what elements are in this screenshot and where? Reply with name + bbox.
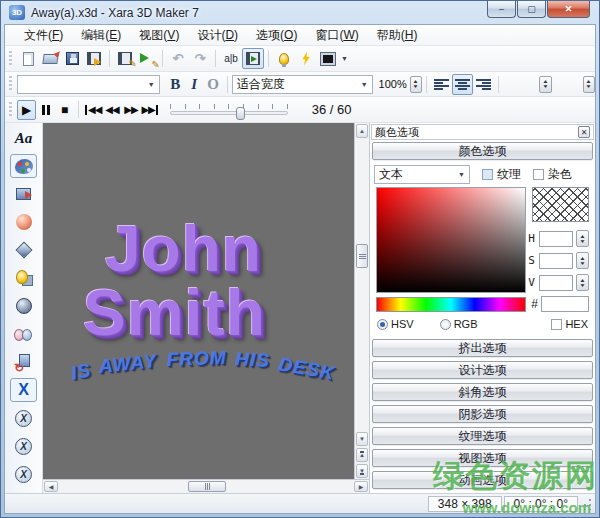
toolbar-gripper[interactable] xyxy=(9,102,12,118)
hsv-radio[interactable] xyxy=(377,319,388,330)
extrude-tool-button[interactable] xyxy=(10,182,37,206)
texture-checkbox[interactable] xyxy=(482,169,493,180)
rewind-button[interactable]: ◀◀ xyxy=(102,100,121,120)
font-select[interactable]: ▼ xyxy=(17,75,160,94)
page-down-button[interactable]: ▼ xyxy=(356,464,368,478)
hex-field[interactable] xyxy=(541,296,589,312)
hex-checkbox[interactable] xyxy=(551,319,562,330)
quality-button[interactable] xyxy=(295,48,317,69)
resize-grip[interactable] xyxy=(580,497,593,510)
horizontal-scroll-thumb[interactable] xyxy=(188,481,226,492)
saturation-stepper[interactable]: ▲▼ xyxy=(576,252,589,269)
color-target-select[interactable]: 文本▼ xyxy=(374,165,470,184)
canvas-subtitle[interactable]: IS AWAY FROM HIS DESK xyxy=(57,355,349,377)
play-button[interactable]: ▶ xyxy=(17,100,36,120)
align-left-button[interactable] xyxy=(431,74,452,95)
undo-button[interactable]: ↶ xyxy=(167,48,189,69)
animation-tool-button[interactable]: ↻ xyxy=(10,350,37,374)
first-frame-button[interactable]: ◀◀ xyxy=(83,100,102,120)
export-button-1[interactable]: X xyxy=(10,406,37,430)
color-tool-button[interactable] xyxy=(10,154,37,178)
close-button[interactable]: ✕ xyxy=(547,1,590,18)
hue-field[interactable] xyxy=(539,231,573,247)
open-button[interactable] xyxy=(39,48,61,69)
menu-file[interactable]: 文件(F) xyxy=(15,25,72,46)
pause-button[interactable] xyxy=(36,100,55,120)
animation-options-button[interactable]: 动画选项 xyxy=(372,471,593,489)
bold-button[interactable]: B xyxy=(166,74,185,94)
page-up-button[interactable]: ▲ xyxy=(356,448,368,462)
hue-stepper[interactable]: ▲▼ xyxy=(576,230,589,247)
new-document-button[interactable] xyxy=(17,48,39,69)
menu-view[interactable]: 视图(V) xyxy=(130,25,188,46)
screen-preview-button[interactable] xyxy=(317,48,339,69)
tracking-stepper[interactable]: ▲▼ xyxy=(539,76,551,93)
vertical-scroll-thumb[interactable] xyxy=(356,244,368,268)
maximize-button[interactable]: ▢ xyxy=(517,1,546,18)
edit-animation-button[interactable]: ✎ xyxy=(114,48,136,69)
value-stepper[interactable]: ▲▼ xyxy=(576,274,589,291)
align-right-button[interactable] xyxy=(473,74,494,95)
lighting-button[interactable] xyxy=(273,48,295,69)
canvas-text-line2[interactable]: Smith xyxy=(83,281,266,345)
vertical-scrollbar[interactable]: ▲ ▼ ▲ ▼ xyxy=(354,123,369,479)
view-tool-button[interactable] xyxy=(10,294,37,318)
menu-window[interactable]: 窗口(W) xyxy=(306,25,367,46)
minimize-button[interactable]: – xyxy=(487,1,516,18)
zoom-stepper[interactable]: ▲▼ xyxy=(410,76,422,93)
find-tool-button[interactable] xyxy=(10,322,37,346)
shadow-options-button[interactable]: 阴影选项 xyxy=(372,405,593,423)
forward-button[interactable]: ▶▶ xyxy=(121,100,140,120)
rgb-radio[interactable] xyxy=(440,319,451,330)
scroll-down-button[interactable]: ▼ xyxy=(356,432,368,446)
export-button-2[interactable]: X xyxy=(10,434,37,458)
toolbar-gripper[interactable] xyxy=(9,51,12,67)
saturation-value-field[interactable] xyxy=(376,187,526,293)
frame-slider[interactable] xyxy=(170,104,288,115)
bevel-tool-button[interactable] xyxy=(10,210,37,234)
value-field[interactable] xyxy=(539,275,573,291)
vertical-scroll-track[interactable] xyxy=(355,139,369,431)
slider-thumb[interactable] xyxy=(236,107,245,120)
animation-window-button[interactable] xyxy=(242,48,264,69)
scroll-right-button[interactable]: ▶ xyxy=(354,481,368,492)
texture-tool-button[interactable] xyxy=(10,266,37,290)
line-spacing-stepper[interactable]: ▲▼ xyxy=(583,76,595,93)
fit-mode-select[interactable]: 适合宽度▼ xyxy=(232,75,373,94)
panel-close-button[interactable]: ✕ xyxy=(578,126,590,138)
design-options-button[interactable]: 设计选项 xyxy=(372,361,593,379)
hue-bar[interactable] xyxy=(376,297,526,312)
menu-help[interactable]: 帮助(H) xyxy=(368,25,427,46)
xara-tool-button[interactable]: X xyxy=(10,378,37,402)
bevel-options-button[interactable]: 斜角选项 xyxy=(372,383,593,401)
color-options-section-button[interactable]: 颜色选项 xyxy=(372,142,593,160)
italic-button[interactable]: I xyxy=(185,74,204,94)
shadow-tool-button[interactable] xyxy=(10,238,37,262)
export-animation-button[interactable] xyxy=(83,48,105,69)
last-frame-button[interactable]: ▶▶ xyxy=(140,100,159,120)
canvas-text-line1[interactable]: John xyxy=(105,217,262,281)
chevron-down-icon[interactable]: ▼ xyxy=(341,55,348,62)
slider-track[interactable] xyxy=(170,111,288,115)
menu-edit[interactable]: 编辑(E) xyxy=(72,25,130,46)
stop-button[interactable]: ■ xyxy=(55,100,74,120)
edit-text-button[interactable]: a|b xyxy=(220,48,242,69)
menu-options[interactable]: 选项(O) xyxy=(247,25,306,46)
document-canvas[interactable]: John Smith IS AWAY FROM HIS DESK xyxy=(43,123,354,479)
horizontal-scrollbar[interactable]: ◀ ▶ xyxy=(43,479,369,493)
outline-button[interactable]: O xyxy=(204,74,223,94)
redo-button[interactable]: ↷ xyxy=(189,48,211,69)
text-tool-button[interactable]: Aa xyxy=(10,126,37,150)
export-button-3[interactable]: X xyxy=(10,462,37,486)
save-button[interactable] xyxy=(61,48,83,69)
extrude-options-button[interactable]: 挤出选项 xyxy=(372,339,593,357)
pattern-swatch[interactable] xyxy=(532,187,589,222)
saturation-field[interactable] xyxy=(539,253,573,269)
toolbar-gripper[interactable] xyxy=(9,76,12,92)
texture-options-button[interactable]: 纹理选项 xyxy=(372,427,593,445)
scroll-left-button[interactable]: ◀ xyxy=(44,481,58,492)
view-options-button[interactable]: 视图选项 xyxy=(372,449,593,467)
scroll-up-button[interactable]: ▲ xyxy=(356,124,368,138)
preview-export-button[interactable]: ✎ xyxy=(136,48,158,69)
tint-checkbox[interactable] xyxy=(533,169,544,180)
